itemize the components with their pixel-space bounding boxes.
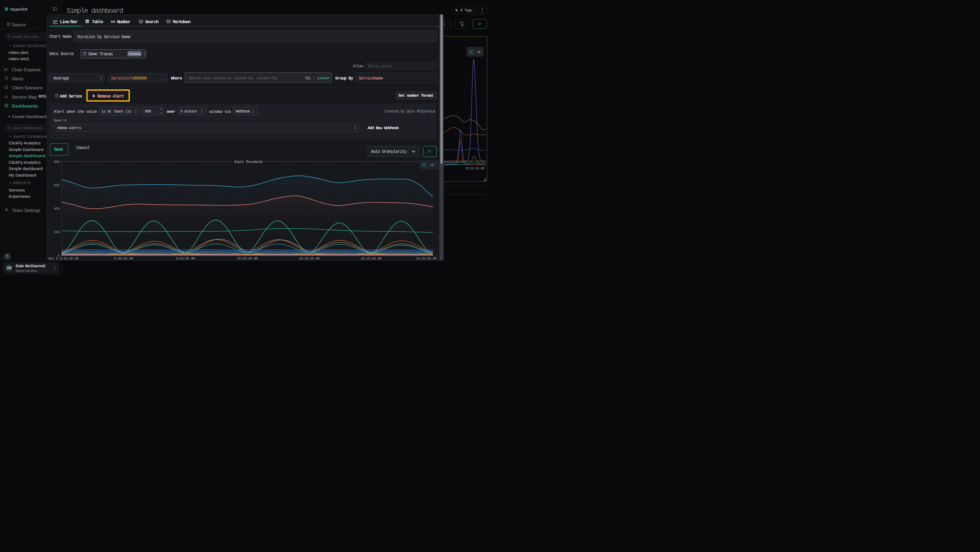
svg-text:400: 400	[54, 207, 60, 211]
svg-text:10:25:00 AM: 10:25:00 AM	[361, 257, 382, 261]
svg-text:Alert Threshold: Alert Threshold	[234, 160, 262, 164]
svg-text:9:55:00 AM: 9:55:00 AM	[176, 257, 195, 261]
svg-text:9:45:00 AM: 9:45:00 AM	[114, 257, 133, 261]
svg-text:600: 600	[54, 183, 60, 187]
svg-text:200: 200	[54, 230, 60, 234]
svg-text:Nov 6 9:35:00 AM: Nov 6 9:35:00 AM	[48, 257, 79, 261]
svg-text:800: 800	[54, 160, 60, 164]
svg-text:10:15:00 AM: 10:15:00 AM	[299, 257, 320, 261]
svg-text:10:35:00 AM: 10:35:00 AM	[416, 257, 437, 261]
svg-text:10:05:00 AM: 10:05:00 AM	[237, 257, 258, 261]
svg-text:10:35:00 AM: 10:35:00 AM	[465, 167, 484, 171]
